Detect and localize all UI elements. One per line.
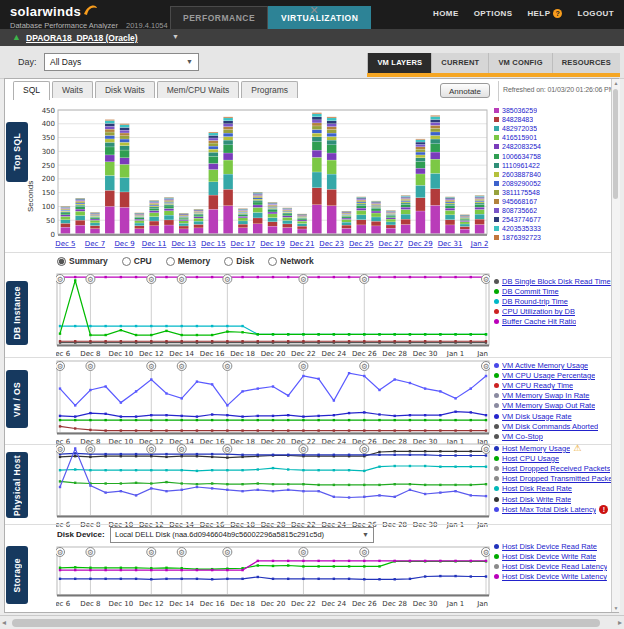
scroll-up-icon[interactable]: ▲ [613,80,619,86]
bar-segment[interactable] [416,145,425,147]
bar-segment[interactable] [238,214,247,215]
bar-segment[interactable] [75,201,84,202]
bar-segment[interactable] [223,174,232,189]
bar-segment[interactable] [357,220,366,225]
bar-segment[interactable] [253,193,262,194]
bar-segment[interactable] [430,136,439,139]
bar-segment[interactable] [149,201,158,202]
bar-segment[interactable] [357,198,366,199]
bar-segment[interactable] [105,139,114,142]
bar-segment[interactable] [416,162,425,168]
x-date-link[interactable]: Dec 5 [55,240,75,248]
bar-segment[interactable] [105,147,114,155]
bar-segment[interactable] [149,213,158,217]
annotation-marker-icon[interactable]: ⚙ [360,275,369,285]
bar-segment[interactable] [164,199,173,200]
legend-link-808735662[interactable]: 808735662 [502,207,537,214]
bar-segment[interactable] [253,213,262,218]
bar-segment[interactable] [105,124,114,127]
bar-segment[interactable] [75,203,84,204]
bar-segment[interactable] [445,202,454,203]
bar-segment[interactable] [223,140,232,144]
bar-segment[interactable] [120,130,129,132]
radio-input-disk[interactable] [224,257,233,266]
x-date-link[interactable]: Dec 17 [231,240,256,248]
radio-input-cpu[interactable] [122,257,131,266]
bar-segment[interactable] [357,225,366,234]
bar-segment[interactable] [223,160,232,174]
bar-segment[interactable] [194,221,203,224]
bar-segment[interactable] [209,141,218,143]
legend-link-1876392723[interactable]: 1876392723 [502,234,541,241]
bar-segment[interactable] [445,225,454,234]
bar-segment[interactable] [475,207,484,209]
horizontal-scrollbar-thumb[interactable] [12,619,600,627]
legend-link-2603887840[interactable]: 2603887840 [502,171,541,178]
bar-segment[interactable] [401,219,410,224]
bar-segment[interactable] [357,201,366,202]
bar-segment[interactable] [371,226,380,234]
bar-segment[interactable] [430,152,439,159]
legend-link-host-disk-device-read-latency[interactable]: Host Disk Device Read Latency [502,562,607,571]
bar-segment[interactable] [312,137,321,142]
bar-segment[interactable] [475,219,484,224]
bar-segment[interactable] [105,127,114,130]
legend-link-vm-active-memory-usage[interactable]: VM Active Memory Usage [502,361,588,370]
bar-segment[interactable] [164,204,173,205]
bar-segment[interactable] [430,132,439,135]
bar-segment[interactable] [61,212,70,213]
annotation-marker-icon[interactable]: ⚙ [56,362,65,372]
bar-segment[interactable] [105,207,114,234]
bar-segment[interactable] [164,200,173,201]
legend-link-host-dropped-received-packets[interactable]: Host Dropped Received Packets [502,464,610,473]
bar-segment[interactable] [238,217,247,218]
bar-segment[interactable] [268,209,277,210]
bar-segment[interactable] [401,225,410,234]
tab-waits[interactable]: Waits [52,81,93,98]
bar-segment[interactable] [120,150,129,157]
tab-current[interactable]: CURRENT [431,53,488,73]
bar-segment[interactable] [460,221,469,222]
radio-input-summary[interactable] [57,257,66,266]
bar-segment[interactable] [120,165,129,178]
legend-link-host-dropped-transmitted-packets[interactable]: Host Dropped Transmitted Packets [502,474,618,483]
annotation-marker-icon[interactable]: ⚙ [299,362,308,372]
annotation-marker-icon[interactable]: ⚙ [482,548,491,558]
bar-segment[interactable] [105,143,114,147]
bar-segment[interactable] [209,170,218,182]
bar-segment[interactable] [253,202,262,205]
bar-segment[interactable] [120,146,129,150]
bar-segment[interactable] [75,220,84,225]
bar-segment[interactable] [342,216,351,217]
bar-segment[interactable] [357,211,366,215]
annotation-marker-icon[interactable]: ⚙ [86,362,95,372]
bar-segment[interactable] [445,211,454,215]
bar-segment[interactable] [75,225,84,233]
bar-segment[interactable] [430,123,439,126]
bar-segment[interactable] [268,212,277,214]
bar-segment[interactable] [416,140,425,142]
bar-segment[interactable] [61,209,70,210]
legend-link-vm-co-stop[interactable]: VM Co-Stop [502,432,543,441]
bar-segment[interactable] [268,222,277,226]
legend-link-host-disk-device-read-rate[interactable]: Host Disk Device Read Rate [502,542,597,551]
day-select[interactable]: All Days ▼ [44,53,199,71]
bar-segment[interactable] [312,114,321,117]
legend-link-vm-disk-commands-aborted[interactable]: VM Disk Commands Aborted [502,422,598,431]
bar-segment[interactable] [120,192,129,207]
bar-segment[interactable] [297,221,306,223]
bar-segment[interactable] [253,208,262,213]
bar-segment[interactable] [386,219,395,222]
annotation-marker-icon[interactable]: ⚙ [56,275,65,285]
bar-segment[interactable] [312,123,321,126]
bar-segment[interactable] [342,225,351,228]
bar-segment[interactable] [401,207,410,209]
bar-segment[interactable] [61,211,70,212]
bar-segment[interactable] [209,143,218,146]
bar-segment[interactable] [342,218,351,219]
bar-segment[interactable] [357,197,366,198]
bar-segment[interactable] [164,225,173,233]
x-date-link[interactable]: Dec 27 [379,240,404,248]
legend-link-host-memory-usage[interactable]: Host Memory Usage [502,444,570,453]
bar-segment[interactable] [416,198,425,211]
